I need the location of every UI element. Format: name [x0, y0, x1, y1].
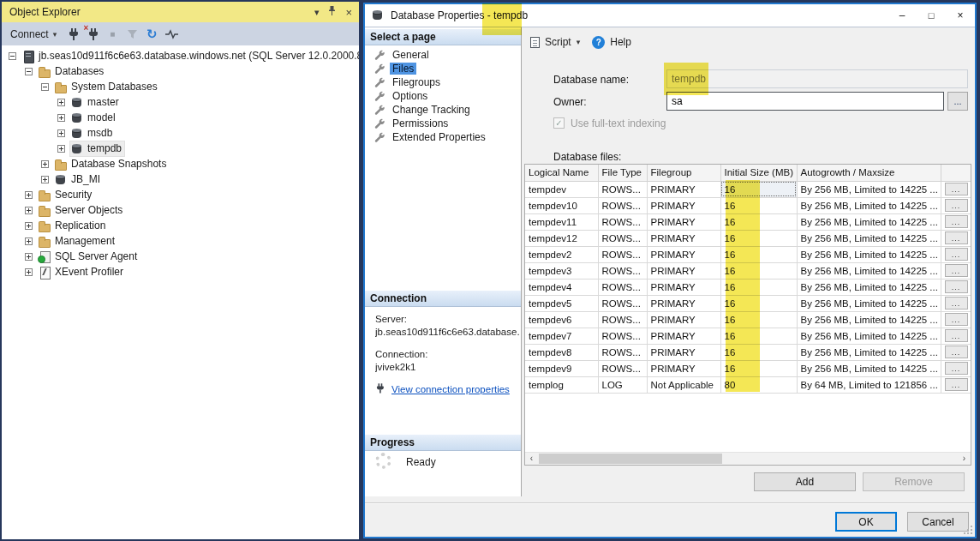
tree-item[interactable]: JB_MI — [2, 171, 359, 187]
initial-size-cell[interactable]: 16 — [720, 311, 797, 328]
filegroup-cell[interactable]: PRIMARY — [647, 344, 720, 360]
tree-expander-icon[interactable] — [25, 222, 33, 230]
filegroup-cell[interactable]: PRIMARY — [647, 213, 720, 230]
file-type-cell[interactable]: ROWS... — [598, 328, 647, 344]
autogrowth-browse-button[interactable]: ... — [945, 280, 968, 293]
tree-expander-icon[interactable] — [25, 253, 33, 261]
autogrowth-cell[interactable]: By 256 MB, Limited to 14225 ... — [797, 328, 941, 344]
initial-size-cell[interactable]: 80 — [720, 376, 797, 393]
script-dropdown-icon[interactable]: ▾ — [577, 38, 581, 46]
initial-size-cell[interactable]: 16 — [720, 279, 797, 295]
filegroup-cell[interactable]: PRIMARY — [647, 230, 720, 246]
owner-browse-button[interactable]: ... — [947, 92, 968, 111]
disconnect-icon[interactable]: × — [84, 27, 101, 42]
autogrowth-browse-button[interactable]: ... — [945, 362, 968, 375]
file-type-cell[interactable]: ROWS... — [598, 295, 647, 311]
logical-name-cell[interactable]: tempdev2 — [525, 246, 598, 262]
tree-expander-icon[interactable] — [41, 160, 49, 168]
file-type-cell[interactable]: ROWS... — [598, 344, 647, 360]
tree-expander-icon[interactable] — [57, 145, 65, 153]
maximize-icon[interactable]: □ — [917, 4, 946, 27]
tree-expander-icon[interactable] — [25, 268, 33, 276]
script-button[interactable]: Script — [545, 36, 571, 48]
logical-name-cell[interactable]: tempdev12 — [525, 230, 598, 246]
resize-grip[interactable] — [971, 532, 972, 534]
tree-item[interactable]: tempdb — [2, 141, 359, 156]
owner-input[interactable] — [666, 92, 944, 111]
logical-name-cell[interactable]: tempdev6 — [525, 311, 598, 328]
file-type-cell[interactable]: ROWS... — [598, 213, 647, 230]
file-type-cell[interactable]: ROWS... — [598, 279, 647, 295]
filegroup-cell[interactable]: PRIMARY — [647, 295, 720, 311]
scrollbar-thumb[interactable] — [539, 454, 722, 464]
tree-item[interactable]: jb.seas10d911f6c6e63.database.windows.ne… — [2, 48, 359, 63]
initial-size-cell[interactable]: 16 — [720, 246, 797, 262]
initial-size-cell[interactable]: 16 — [720, 181, 797, 197]
file-type-cell[interactable]: ROWS... — [598, 246, 647, 262]
tree-item[interactable]: Server Objects — [2, 202, 359, 218]
filegroup-cell[interactable]: PRIMARY — [647, 246, 720, 262]
autogrowth-cell[interactable]: By 256 MB, Limited to 14225 ... — [797, 279, 941, 295]
autogrowth-browse-button[interactable]: ... — [945, 231, 968, 244]
autogrowth-cell[interactable]: By 256 MB, Limited to 14225 ... — [797, 360, 941, 376]
close-icon[interactable]: × — [946, 4, 975, 27]
page-item[interactable]: Permissions — [365, 117, 520, 130]
tree-item[interactable]: master — [2, 94, 359, 110]
filegroup-cell[interactable]: PRIMARY — [647, 181, 720, 197]
pin-icon[interactable] — [328, 5, 336, 19]
connect-button[interactable]: Connect ▾ — [9, 27, 62, 42]
logical-name-cell[interactable]: tempdev10 — [525, 197, 598, 213]
tree-item[interactable]: msdb — [2, 125, 359, 141]
tree-expander-icon[interactable] — [25, 191, 33, 199]
file-type-cell[interactable]: ROWS... — [598, 197, 647, 213]
initial-size-cell[interactable]: 16 — [720, 197, 797, 213]
filegroup-cell[interactable]: Not Applicable — [647, 376, 720, 393]
file-type-cell[interactable]: ROWS... — [598, 230, 647, 246]
autogrowth-cell[interactable]: By 256 MB, Limited to 14225 ... — [797, 213, 941, 230]
initial-size-cell[interactable]: 16 — [720, 213, 797, 230]
autogrowth-cell[interactable]: By 256 MB, Limited to 14225 ... — [797, 262, 941, 279]
autogrowth-browse-button[interactable]: ... — [945, 329, 968, 342]
ok-button[interactable]: OK — [835, 512, 897, 532]
horizontal-scrollbar[interactable]: ‹ › — [525, 452, 971, 465]
logical-name-cell[interactable]: tempdev8 — [525, 344, 598, 360]
autogrowth-cell[interactable]: By 256 MB, Limited to 14225 ... — [797, 246, 941, 262]
page-item[interactable]: Options — [365, 89, 520, 103]
autogrowth-cell[interactable]: By 256 MB, Limited to 14225 ... — [797, 344, 941, 360]
initial-size-cell[interactable]: 16 — [720, 262, 797, 279]
tree-expander-icon[interactable] — [9, 52, 16, 60]
tree-item[interactable]: SQL Server Agent — [2, 249, 359, 264]
minimize-icon[interactable]: – — [887, 4, 917, 27]
filegroup-cell[interactable]: PRIMARY — [647, 328, 720, 344]
logical-name-cell[interactable]: tempdev3 — [525, 262, 598, 279]
autogrowth-browse-button[interactable]: ... — [945, 346, 968, 358]
autogrowth-browse-button[interactable]: ... — [945, 297, 968, 310]
file-type-cell[interactable]: ROWS... — [598, 262, 647, 279]
initial-size-cell[interactable]: 16 — [720, 230, 797, 246]
help-icon[interactable]: ? — [592, 36, 605, 49]
tree-item[interactable]: Databases — [2, 63, 359, 79]
help-button[interactable]: Help — [610, 36, 631, 48]
window-position-dropdown-icon[interactable]: ▾ — [314, 8, 320, 17]
tree-item[interactable]: model — [2, 110, 359, 125]
autogrowth-cell[interactable]: By 256 MB, Limited to 14225 ... — [797, 181, 941, 197]
tree-item[interactable]: System Databases — [2, 79, 359, 94]
view-connection-properties-link[interactable]: View connection properties — [391, 384, 510, 394]
autogrowth-browse-button[interactable]: ... — [945, 248, 968, 261]
logical-name-cell[interactable]: tempdev4 — [525, 279, 598, 295]
cancel-button[interactable]: Cancel — [907, 512, 969, 532]
file-type-cell[interactable]: ROWS... — [598, 181, 647, 197]
logical-name-cell[interactable]: tempdev9 — [525, 360, 598, 376]
filegroup-cell[interactable]: PRIMARY — [647, 311, 720, 328]
initial-size-cell[interactable]: 16 — [720, 344, 797, 360]
autogrowth-browse-button[interactable]: ... — [945, 215, 968, 228]
page-item[interactable]: Extended Properties — [365, 130, 520, 144]
tree-item[interactable]: Replication — [2, 218, 359, 233]
initial-size-cell[interactable]: 16 — [720, 328, 797, 344]
tree-expander-icon[interactable] — [25, 237, 33, 245]
filegroup-cell[interactable]: PRIMARY — [647, 279, 720, 295]
scroll-right-icon[interactable]: › — [958, 453, 971, 465]
filter-icon[interactable] — [123, 27, 140, 42]
page-item[interactable]: General — [365, 48, 520, 62]
tree-expander-icon[interactable] — [57, 99, 65, 106]
